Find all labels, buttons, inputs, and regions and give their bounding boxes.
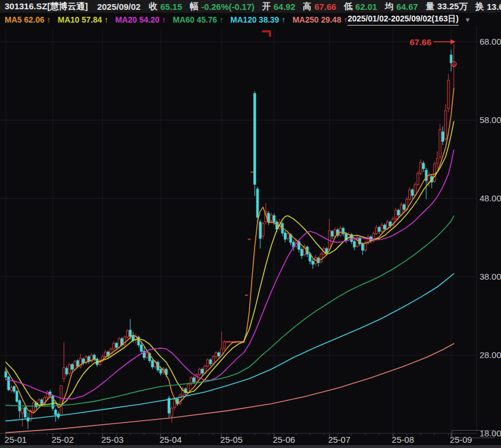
candle-body [198, 369, 201, 374]
quote-field: 收65.15 [148, 1, 182, 12]
candle-body [287, 234, 289, 239]
candle-body [384, 225, 386, 229]
field-value: 62.01 [355, 2, 377, 12]
candle-body [400, 205, 402, 215]
candle-body [439, 129, 441, 157]
candle-body [21, 409, 24, 413]
field-value: 67.66 [314, 2, 336, 12]
x-axis-label: 25-02 [52, 435, 74, 445]
candle-body [381, 225, 383, 232]
candle-body [115, 344, 118, 348]
y-axis-label: 38.00 [480, 272, 501, 281]
candle-body [312, 261, 314, 264]
candle-body [68, 364, 71, 373]
candle-body [450, 55, 452, 63]
trend-up-icon: ↑ [219, 15, 223, 24]
candle-body [60, 386, 63, 416]
candle-body [262, 223, 264, 236]
candle-body [411, 190, 413, 195]
candle-body [74, 362, 76, 370]
quote-header: 301316.SZ[慧博云通] 2025/09/02 收65.15幅-0.26%… [0, 0, 501, 13]
candle-body [353, 241, 355, 247]
candle-body [168, 398, 170, 413]
candle-body [326, 248, 328, 252]
candle-body [254, 93, 256, 185]
x-axis-label: 25-08 [392, 435, 414, 445]
trend-up-icon: ↑ [104, 15, 108, 24]
bottom-strip [0, 445, 501, 448]
candle-body [170, 409, 173, 417]
candle-body [215, 353, 217, 357]
field-value: -0.26%(-0.17) [201, 2, 255, 12]
quote-field: 换13.69% [475, 1, 501, 12]
quote-fields: 收65.15幅-0.26%(-0.17)开64.92高67.66低62.01均6… [148, 1, 501, 12]
ma-value: MA5 62.06 [5, 15, 44, 24]
candle-body [159, 369, 162, 373]
x-axis-label: 25-06 [273, 435, 295, 445]
ma-line-ma10 [6, 121, 454, 405]
candle-body [13, 386, 16, 391]
field-value: 13.69% [487, 2, 501, 12]
candle-body [32, 403, 35, 411]
candle-body [71, 364, 74, 369]
field-label: 幅 [190, 1, 198, 12]
candle-body [320, 254, 322, 262]
candle-body [132, 335, 135, 340]
candle-body [434, 164, 436, 182]
trend-up-icon: ↑ [281, 15, 285, 24]
x-axis-label: 25-07 [328, 435, 350, 445]
x-axis-label: 25-03 [101, 435, 124, 445]
candle-body [420, 162, 422, 174]
candle-body [110, 349, 112, 356]
high-price-annotation: 67.66 [409, 37, 431, 47]
field-value: 64.67 [396, 2, 418, 12]
ma-value: MA20 54.20 [115, 15, 159, 24]
candle-body [442, 132, 444, 141]
y-axis-label: 48.00 [480, 193, 501, 203]
candle-body [417, 174, 419, 185]
ma-value: MA250 29.48 [292, 15, 341, 24]
candle-body [129, 330, 132, 337]
candle-body [201, 369, 204, 373]
candle-body [270, 215, 273, 220]
ma-legend-item: MA20 54.20↑ [115, 15, 166, 24]
candle-body [409, 190, 411, 199]
ma-legend-item: MA5 62.06↑ [5, 15, 50, 24]
candle-body [8, 377, 10, 390]
quote-field: 开64.92 [262, 1, 296, 12]
field-value: 33.25万 [437, 1, 468, 12]
x-axis-label: 25-09 [450, 435, 472, 445]
candle-body [251, 172, 253, 172]
y-axis-label: 58.00 [480, 115, 501, 125]
candle-body [24, 407, 27, 417]
candle-body [375, 227, 377, 234]
candle-body [16, 391, 18, 402]
candle-body [378, 227, 380, 232]
candle-body [217, 353, 220, 356]
field-label: 开 [262, 1, 271, 12]
field-value: 65.15 [160, 2, 182, 12]
candle-body [140, 345, 143, 351]
x-axis-label: 25-01 [5, 435, 27, 445]
ma-value: MA60 45.76 [173, 15, 217, 24]
candle-body [447, 80, 449, 109]
red-corner-mark [262, 31, 270, 37]
x-axis-label: 25-04 [159, 435, 181, 445]
candle-body [212, 357, 215, 364]
candle-body [395, 210, 397, 219]
candle-body [55, 410, 57, 415]
chevron-down-icon: ▼ [464, 16, 471, 23]
ma-line-ma20 [6, 150, 454, 399]
field-value: 64.92 [274, 2, 296, 12]
date-range-selector[interactable]: 2025/01/02-2025/09/02(163日) ▼ [347, 14, 470, 26]
candle-body [403, 205, 405, 209]
candle-body [273, 216, 275, 222]
quote-field: 量33.25万 [426, 1, 468, 12]
candle-body [226, 342, 228, 342]
candle-body [445, 111, 447, 139]
kline-chart[interactable]: 68.0058.0048.0038.0028.0018.0025-0125-02… [0, 27, 501, 448]
ma-legend-item: MA10 57.84↑ [57, 15, 108, 24]
candle-body [414, 185, 416, 196]
candle-body [209, 360, 212, 364]
candle-body [301, 250, 303, 256]
